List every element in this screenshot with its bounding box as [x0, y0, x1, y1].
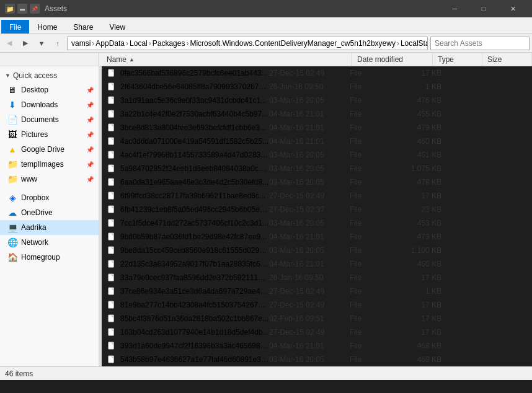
file-name: 33a79e0cec937faa8596dd2e372b59211114... [120, 273, 269, 282]
col-header-type[interactable]: Type [433, 53, 482, 66]
file-name: 6aa0da31e965aae46e3c3de4d2c5b30efd8... [120, 178, 269, 187]
breadcrumb-vamsi[interactable]: vamsi [71, 39, 91, 48]
back-button[interactable]: ◀ [2, 37, 16, 50]
table-row[interactable]: 4ac0ddda071000e419a54591df1582c5b25...04… [102, 135, 532, 148]
close-button[interactable]: ✕ [499, 0, 527, 17]
breadcrumb-local[interactable]: Local [130, 39, 148, 48]
breadcrumb-manager[interactable]: Microsoft.Windows.ContentDeliveryManager… [190, 39, 395, 48]
svg-rect-13 [109, 246, 114, 253]
quick-access-label: Quick access [13, 71, 57, 80]
table-row[interactable]: 81e9ba277c14bd42308a4fc5150375426709...2… [102, 298, 532, 312]
file-size: 17 KB [399, 69, 449, 77]
table-row[interactable]: 6f99ffcd38cc28717fa39b696211bae8ed6c...2… [102, 189, 532, 203]
file-date: 03-Mar-16 20:05 [269, 96, 350, 105]
breadcrumb-localstate[interactable]: LocalState [401, 39, 428, 48]
file-type: File [350, 96, 399, 105]
table-row[interactable]: 543b58b97e4636627a1e77faf46d60891e35...0… [102, 353, 532, 366]
table-row[interactable]: 3a1d91aac5e36c9e0f33ac9431dcbdc41c1...03… [102, 94, 532, 107]
table-row[interactable]: 0fac3566baf536896c2579bcfc6ee01ab443...2… [102, 66, 532, 80]
file-size: 455 KB [399, 110, 449, 118]
www-icon: 📁 [7, 174, 17, 184]
sidebar-item-googledrive[interactable]: ▲ Google Drive 📌 [0, 142, 99, 157]
tab-view[interactable]: View [101, 20, 133, 33]
breadcrumb-packages[interactable]: Packages [153, 39, 185, 48]
table-row[interactable]: 6aa0da31e965aae46e3c3de4d2c5b30efd8...03… [102, 175, 532, 189]
forward-button[interactable]: ▶ [19, 37, 32, 50]
table-row[interactable]: 2f643604dbe56e64085ff8a79099337026763...… [102, 80, 532, 94]
file-icon [107, 95, 117, 105]
address-path[interactable]: vamsi › AppData › Local › Packages › Mic… [67, 37, 428, 50]
table-row[interactable]: 163b04cd263d1077940e14b1d18d5def4db...27… [102, 325, 532, 339]
table-row[interactable]: 5a984702852f24eeb1d6eeb84084038a0c5e...0… [102, 162, 532, 175]
table-row[interactable]: 393d1a60de9947cf2f16396b3a3ac4656986...0… [102, 339, 532, 353]
col-header-date[interactable]: Date modified [352, 53, 433, 66]
sidebar-item-network[interactable]: 🌐 Network [0, 235, 99, 250]
file-date: 27-Dec-15 02:49 [269, 192, 350, 200]
sidebar-item-aadrika[interactable]: 💻 Aadrika [0, 220, 99, 235]
tab-home[interactable]: Home [29, 20, 65, 33]
sidebar-label-templimages: templImages [21, 160, 64, 169]
file-name: 163b04cd263d1077940e14b1d18d5def4db... [120, 328, 269, 337]
sidebar-item-homegroup[interactable]: 🏠 Homegroup [0, 250, 99, 265]
breadcrumb-appdata[interactable]: AppData [95, 39, 125, 48]
table-row[interactable]: 9bd0b59b87ae036fd1be29d98e42fc87ee9...04… [102, 230, 532, 244]
sidebar-section-quick-access[interactable]: ▼ Quick access [0, 69, 99, 82]
svg-rect-8 [109, 178, 114, 185]
address-bar: ◀ ▶ ▼ ↑ vamsi › AppData › Local › Packag… [0, 34, 532, 53]
file-name: 5a984702852f24eeb1d6eeb84084038a0c5e... [120, 164, 269, 173]
chevron-quick-access: ▼ [5, 73, 11, 79]
table-row[interactable]: 3bce8d813a8004fee3e693befcfdf1cbb6e3...0… [102, 121, 532, 135]
file-size: 461 KB [399, 151, 449, 159]
col-header-name[interactable]: Name ▲ [102, 53, 352, 66]
minimize-quick-access: ▬ [17, 4, 27, 14]
title-bar-icons: 📁 ▬ 📌 [5, 4, 40, 14]
file-type: File [350, 110, 399, 118]
table-row[interactable]: 4ac4f1ef79968b11455733589a4d47d0283b...0… [102, 148, 532, 162]
table-row[interactable]: 85bc4f3876d51a36da2818ba502c1bb867e...02… [102, 312, 532, 325]
table-row[interactable]: 9be8da15cc459ceb8560e918c61555d0291...03… [102, 244, 532, 257]
search-input[interactable] [435, 39, 525, 48]
sidebar-item-downloads[interactable]: ⬇ Downloads 📌 [0, 97, 99, 112]
minimize-button[interactable]: ─ [440, 0, 469, 17]
file-date: 04-Mar-16 21:01 [269, 232, 350, 241]
sidebar-item-pictures[interactable]: 🖼 Pictures 📌 [0, 127, 99, 142]
file-name: 4ac0ddda071000e419a54591df1582c5b25... [120, 137, 269, 146]
window-controls: ─ □ ✕ [440, 0, 527, 17]
tab-share[interactable]: Share [65, 20, 101, 33]
tab-file[interactable]: File [1, 20, 29, 33]
file-name: 3a22b1c4e42f0e2f7530acbf63440b4c5b97... [120, 110, 269, 118]
pin-icon-desktop: 📌 [86, 87, 94, 94]
table-row[interactable]: 3a22b1c4e42f0e2f7530acbf63440b4c5b97...0… [102, 107, 532, 121]
file-date: 27-Dec-15 02:49 [269, 328, 350, 337]
maximize-button[interactable]: □ [469, 0, 498, 17]
file-size: 17 KB [399, 301, 449, 309]
search-box[interactable] [430, 37, 530, 50]
col-header-size[interactable]: Size [482, 53, 532, 66]
svg-rect-10 [109, 205, 114, 212]
up-button[interactable]: ↑ [51, 37, 64, 50]
table-row[interactable]: 33a79e0cec937faa8596dd2e372b59211114...2… [102, 271, 532, 285]
sidebar-item-templimages[interactable]: 📁 templImages 📌 [0, 157, 99, 172]
table-row[interactable]: 37ce86e934e3a51ce3d6a4da697a729ae4de...2… [102, 285, 532, 298]
file-date: 03-Mar-16 20:05 [269, 219, 350, 227]
downloads-icon: ⬇ [7, 100, 17, 110]
sidebar-item-dropbox[interactable]: ◈ Dropbox [0, 190, 99, 205]
file-icon [107, 300, 117, 310]
table-row[interactable]: 7cc1f5dce471dd272ac5737406cf10c2c3d1...0… [102, 216, 532, 230]
recent-button[interactable]: ▼ [35, 37, 48, 50]
sidebar-item-desktop[interactable]: 🖥 Desktop 📌 [0, 82, 99, 97]
table-row[interactable]: 6fb41239c1eb8f5a05ed496cc2945b6b05e9...2… [102, 203, 532, 216]
file-type: File [350, 260, 399, 268]
file-name: 9be8da15cc459ceb8560e918c61555d0291... [120, 246, 269, 255]
file-type: File [350, 246, 399, 255]
column-headers: Name ▲ Date modified Type Size [0, 53, 532, 66]
sidebar-label-www: www [21, 175, 37, 183]
file-type: File [350, 69, 399, 77]
sidebar-item-onedrive[interactable]: ☁ OneDrive [0, 205, 99, 220]
sidebar-item-www[interactable]: 📁 www 📌 [0, 172, 99, 187]
sidebar-item-documents[interactable]: 📄 Documents 📌 [0, 112, 99, 127]
file-size: 460 KB [399, 137, 449, 146]
file-name: 22d135c3a634952a9017f07b1aa28835fc6b... [120, 260, 269, 268]
table-row[interactable]: 22d135c3a634952a9017f07b1aa28835fc6b...0… [102, 257, 532, 271]
file-type: File [350, 232, 399, 241]
